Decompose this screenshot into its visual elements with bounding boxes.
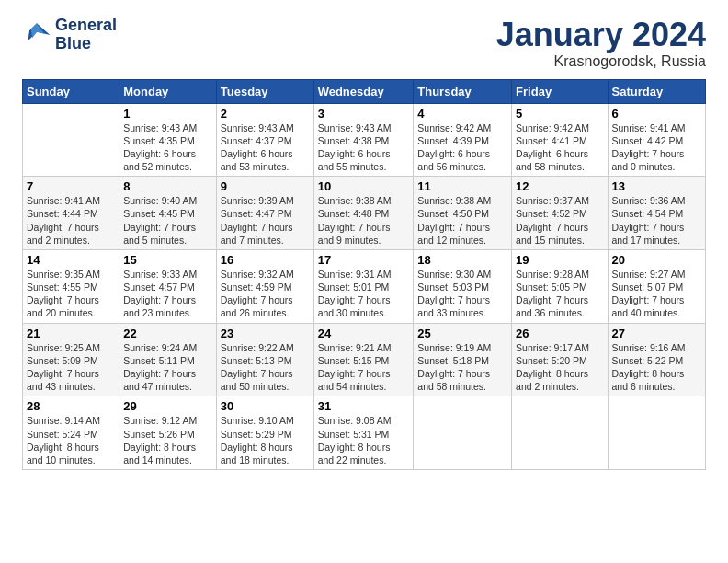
calendar-cell: 12Sunrise: 9:37 AMSunset: 4:52 PMDayligh…	[512, 177, 608, 250]
day-info: Sunrise: 9:19 AMSunset: 5:18 PMDaylight:…	[417, 341, 507, 394]
day-info: Sunrise: 9:16 AMSunset: 5:22 PMDaylight:…	[612, 341, 701, 394]
day-info: Sunrise: 9:28 AMSunset: 5:05 PMDaylight:…	[516, 268, 603, 320]
calendar-cell	[414, 396, 512, 470]
calendar-cell: 3Sunrise: 9:43 AMSunset: 4:38 PMDaylight…	[313, 103, 414, 177]
day-number: 1	[123, 107, 212, 121]
day-number: 24	[318, 327, 410, 340]
calendar-cell: 26Sunrise: 9:17 AMSunset: 5:20 PMDayligh…	[512, 323, 608, 396]
calendar-cell: 31Sunrise: 9:08 AMSunset: 5:31 PMDayligh…	[313, 396, 414, 470]
weekday-header-row: Sunday Monday Tuesday Wednesday Thursday…	[23, 79, 706, 103]
day-info: Sunrise: 9:42 AMSunset: 4:41 PMDaylight:…	[516, 121, 603, 174]
day-number: 31	[318, 399, 410, 413]
day-info: Sunrise: 9:37 AMSunset: 4:52 PMDaylight:…	[516, 194, 603, 247]
location: Krasnogorodsk, Russia	[496, 53, 706, 70]
day-number: 29	[123, 399, 212, 413]
day-info: Sunrise: 9:25 AMSunset: 5:09 PMDaylight:…	[27, 341, 115, 394]
day-number: 15	[123, 253, 212, 267]
calendar-cell: 29Sunrise: 9:12 AMSunset: 5:26 PMDayligh…	[119, 396, 217, 470]
header-thursday: Thursday	[414, 79, 512, 103]
header-wednesday: Wednesday	[313, 79, 414, 103]
day-number: 16	[221, 253, 310, 267]
calendar-cell	[23, 103, 119, 177]
day-number: 25	[417, 327, 507, 340]
calendar-cell	[608, 396, 705, 470]
calendar-cell: 2Sunrise: 9:43 AMSunset: 4:37 PMDaylight…	[216, 103, 313, 177]
calendar-cell: 11Sunrise: 9:38 AMSunset: 4:50 PMDayligh…	[414, 177, 512, 250]
day-number: 19	[516, 253, 603, 267]
calendar-cell: 24Sunrise: 9:21 AMSunset: 5:15 PMDayligh…	[313, 323, 414, 396]
logo-text-blue: Blue	[55, 35, 117, 53]
day-info: Sunrise: 9:38 AMSunset: 4:48 PMDaylight:…	[318, 194, 410, 247]
day-number: 5	[516, 107, 603, 121]
logo: General Blue	[22, 17, 117, 53]
day-info: Sunrise: 9:41 AMSunset: 4:42 PMDaylight:…	[612, 121, 701, 174]
calendar-cell	[512, 396, 608, 470]
day-number: 27	[612, 327, 701, 340]
day-info: Sunrise: 9:42 AMSunset: 4:39 PMDaylight:…	[417, 121, 507, 174]
day-number: 9	[221, 179, 310, 193]
calendar-cell: 14Sunrise: 9:35 AMSunset: 4:55 PMDayligh…	[23, 249, 119, 323]
calendar-cell: 15Sunrise: 9:33 AMSunset: 4:57 PMDayligh…	[119, 249, 217, 323]
calendar-cell: 1Sunrise: 9:43 AMSunset: 4:35 PMDaylight…	[119, 103, 217, 177]
day-number: 17	[318, 253, 410, 267]
day-number: 6	[612, 107, 701, 121]
calendar-table: Sunday Monday Tuesday Wednesday Thursday…	[22, 79, 706, 470]
calendar-cell: 4Sunrise: 9:42 AMSunset: 4:39 PMDaylight…	[414, 103, 512, 177]
day-info: Sunrise: 9:41 AMSunset: 4:44 PMDaylight:…	[27, 194, 115, 247]
week-row-5: 28Sunrise: 9:14 AMSunset: 5:24 PMDayligh…	[23, 396, 706, 470]
day-number: 26	[516, 327, 603, 340]
week-row-2: 7Sunrise: 9:41 AMSunset: 4:44 PMDaylight…	[23, 177, 706, 250]
day-number: 13	[612, 179, 701, 193]
calendar-cell: 9Sunrise: 9:39 AMSunset: 4:47 PMDaylight…	[216, 177, 313, 250]
calendar-cell: 10Sunrise: 9:38 AMSunset: 4:48 PMDayligh…	[313, 177, 414, 250]
logo-text-general: General	[55, 17, 117, 35]
day-number: 20	[612, 253, 701, 267]
day-info: Sunrise: 9:17 AMSunset: 5:20 PMDaylight:…	[516, 341, 603, 394]
day-info: Sunrise: 9:14 AMSunset: 5:24 PMDaylight:…	[27, 414, 115, 466]
day-info: Sunrise: 9:30 AMSunset: 5:03 PMDaylight:…	[417, 268, 507, 320]
day-number: 2	[221, 107, 310, 121]
calendar-cell: 6Sunrise: 9:41 AMSunset: 4:42 PMDaylight…	[608, 103, 705, 177]
header-sunday: Sunday	[23, 79, 119, 103]
day-info: Sunrise: 9:43 AMSunset: 4:35 PMDaylight:…	[123, 121, 212, 174]
day-info: Sunrise: 9:40 AMSunset: 4:45 PMDaylight:…	[123, 194, 212, 247]
week-row-4: 21Sunrise: 9:25 AMSunset: 5:09 PMDayligh…	[23, 323, 706, 396]
day-number: 22	[123, 327, 212, 340]
day-info: Sunrise: 9:27 AMSunset: 5:07 PMDaylight:…	[612, 268, 701, 320]
title-block: January 2024 Krasnogorodsk, Russia	[496, 17, 706, 70]
month-title: January 2024	[496, 17, 706, 53]
day-number: 23	[221, 327, 310, 340]
day-info: Sunrise: 9:24 AMSunset: 5:11 PMDaylight:…	[123, 341, 212, 394]
calendar-cell: 5Sunrise: 9:42 AMSunset: 4:41 PMDaylight…	[512, 103, 608, 177]
day-number: 28	[27, 399, 115, 413]
day-info: Sunrise: 9:36 AMSunset: 4:54 PMDaylight:…	[612, 194, 701, 247]
page: General Blue January 2024 Krasnogorodsk,…	[0, 0, 728, 563]
header-tuesday: Tuesday	[216, 79, 313, 103]
calendar-cell: 20Sunrise: 9:27 AMSunset: 5:07 PMDayligh…	[608, 249, 705, 323]
day-number: 18	[417, 253, 507, 267]
calendar-cell: 7Sunrise: 9:41 AMSunset: 4:44 PMDaylight…	[23, 177, 119, 250]
day-number: 4	[417, 107, 507, 121]
day-number: 8	[123, 179, 212, 193]
day-info: Sunrise: 9:32 AMSunset: 4:59 PMDaylight:…	[221, 268, 310, 320]
calendar-cell: 18Sunrise: 9:30 AMSunset: 5:03 PMDayligh…	[414, 249, 512, 323]
calendar-cell: 22Sunrise: 9:24 AMSunset: 5:11 PMDayligh…	[119, 323, 217, 396]
day-number: 12	[516, 179, 603, 193]
header-monday: Monday	[119, 79, 217, 103]
calendar-cell: 16Sunrise: 9:32 AMSunset: 4:59 PMDayligh…	[216, 249, 313, 323]
header-saturday: Saturday	[608, 79, 705, 103]
day-info: Sunrise: 9:43 AMSunset: 4:38 PMDaylight:…	[318, 121, 410, 174]
day-info: Sunrise: 9:31 AMSunset: 5:01 PMDaylight:…	[318, 268, 410, 320]
calendar-cell: 8Sunrise: 9:40 AMSunset: 4:45 PMDaylight…	[119, 177, 217, 250]
header-friday: Friday	[512, 79, 608, 103]
calendar-cell: 25Sunrise: 9:19 AMSunset: 5:18 PMDayligh…	[414, 323, 512, 396]
day-info: Sunrise: 9:10 AMSunset: 5:29 PMDaylight:…	[221, 414, 310, 466]
day-number: 7	[27, 179, 115, 193]
calendar-cell: 28Sunrise: 9:14 AMSunset: 5:24 PMDayligh…	[23, 396, 119, 470]
calendar-cell: 23Sunrise: 9:22 AMSunset: 5:13 PMDayligh…	[216, 323, 313, 396]
day-info: Sunrise: 9:33 AMSunset: 4:57 PMDaylight:…	[123, 268, 212, 320]
day-number: 11	[417, 179, 507, 193]
day-info: Sunrise: 9:21 AMSunset: 5:15 PMDaylight:…	[318, 341, 410, 394]
calendar-cell: 13Sunrise: 9:36 AMSunset: 4:54 PMDayligh…	[608, 177, 705, 250]
calendar-cell: 21Sunrise: 9:25 AMSunset: 5:09 PMDayligh…	[23, 323, 119, 396]
